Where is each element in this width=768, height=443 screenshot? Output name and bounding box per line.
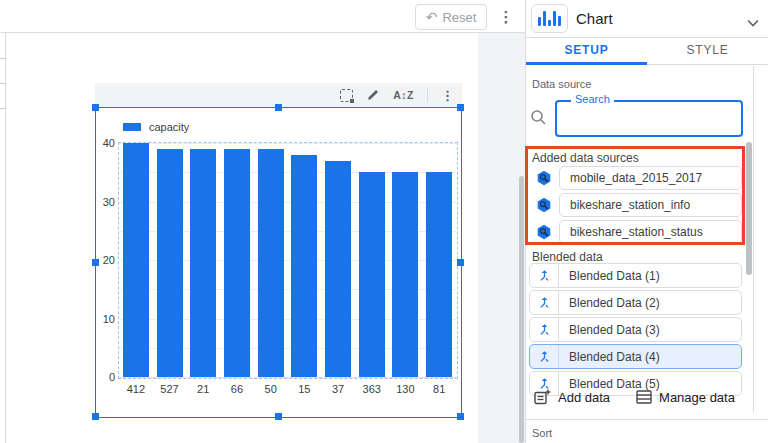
- data-buttons-row: Add data Manage data: [534, 389, 735, 405]
- search-icon: [530, 109, 547, 130]
- chart-type-icon: [538, 17, 541, 26]
- blend-merge-icon: [537, 322, 552, 337]
- x-axis-tick-label: 130: [389, 383, 423, 395]
- blend-merge-icon: [537, 268, 552, 283]
- blend-merge-icon: [537, 295, 552, 310]
- edit-pencil-icon[interactable]: [366, 88, 380, 102]
- x-axis-tick-label: 50: [254, 383, 288, 395]
- x-axis-tick-label: 21: [186, 383, 220, 395]
- blend-icon-cell: [530, 291, 559, 314]
- selection-handle[interactable]: [92, 413, 99, 420]
- canvas-scrollbar-track: [478, 33, 525, 443]
- panel-scrollbar-thumb[interactable]: [746, 142, 752, 275]
- canvas-header: ↶ Reset ⋮: [0, 0, 525, 33]
- added-data-sources-label: Added data sources: [532, 151, 639, 165]
- bar[interactable]: [325, 161, 351, 377]
- bar[interactable]: [190, 149, 216, 377]
- selection-handle[interactable]: [92, 259, 99, 266]
- bigquery-icon: [536, 224, 552, 240]
- bar[interactable]: [224, 149, 250, 377]
- bar[interactable]: [359, 172, 385, 377]
- x-axis-line: [119, 377, 456, 378]
- properties-panel: Chart SETUP STYLE Data source Search Add…: [525, 0, 768, 443]
- bar[interactable]: [392, 172, 418, 377]
- blended-data-item[interactable]: Blended Data (1): [529, 263, 742, 288]
- selection-handle[interactable]: [457, 413, 464, 420]
- bar[interactable]: [123, 143, 149, 377]
- search-input[interactable]: [557, 102, 741, 135]
- selection-handle[interactable]: [457, 104, 464, 111]
- x-axis-tick-label: 15: [288, 383, 322, 395]
- bar-chart-component[interactable]: capacity 0102030404125272166501537363130…: [95, 107, 462, 418]
- manage-data-button[interactable]: Manage data: [636, 390, 735, 405]
- blend-icon-cell: [530, 264, 559, 287]
- data-source-item[interactable]: bikeshare_station_info: [559, 193, 742, 217]
- data-source-label: Data source: [532, 78, 591, 90]
- tab-setup[interactable]: SETUP: [526, 38, 647, 64]
- x-axis-tick-label: 363: [355, 383, 389, 395]
- panel-divider: [526, 419, 768, 420]
- reset-button[interactable]: ↶ Reset: [415, 4, 487, 30]
- blended-data-item-label: Blended Data (2): [559, 296, 660, 310]
- reset-label: Reset: [442, 10, 476, 25]
- y-axis-tick-label: 10: [93, 313, 115, 325]
- data-source-search-field[interactable]: [555, 100, 743, 137]
- legend-label: capacity: [149, 121, 189, 133]
- plot-area: 010203040412527216650153736313081: [119, 143, 456, 377]
- header-overflow-menu-icon[interactable]: ⋮: [496, 5, 516, 29]
- sort-alpha-icon[interactable]: A↕Z: [393, 89, 414, 101]
- data-source-icon-row: [536, 166, 552, 190]
- canvas-left-edge: [5, 33, 6, 443]
- tab-style[interactable]: STYLE: [647, 38, 768, 64]
- toolbar-divider: [427, 88, 428, 102]
- undo-icon: ↶: [426, 10, 438, 24]
- data-source-icon-row: [536, 220, 552, 244]
- chart-type-button[interactable]: [531, 4, 568, 33]
- selection-handle[interactable]: [275, 413, 282, 420]
- ruler-tick: [0, 58, 6, 59]
- y-axis-tick-label: 30: [93, 196, 115, 208]
- bigquery-icon: [536, 170, 552, 186]
- chart-overflow-menu-icon[interactable]: ⋮: [441, 88, 454, 103]
- x-axis-tick-label: 37: [321, 383, 355, 395]
- search-field-label: Search: [571, 93, 614, 105]
- panel-title: Chart: [576, 0, 613, 38]
- panel-header: Chart: [526, 0, 768, 38]
- data-source-item[interactable]: bikeshare_station_status: [559, 220, 742, 244]
- ruler-tick: [0, 108, 6, 109]
- marquee-select-icon[interactable]: [340, 89, 353, 102]
- bar[interactable]: [157, 149, 183, 377]
- panel-card-edge: [753, 66, 754, 412]
- legend-swatch: [123, 123, 141, 131]
- y-axis-tick-label: 0: [93, 371, 115, 383]
- x-axis-tick-label: 81: [422, 383, 456, 395]
- add-data-icon: [534, 389, 551, 405]
- bar[interactable]: [426, 172, 452, 377]
- selection-handle[interactable]: [457, 259, 464, 266]
- looker-studio-window: ↶ Reset ⋮ A↕Z ⋮ capacity 010203040412527…: [0, 0, 768, 443]
- canvas-scrollbar-thumb[interactable]: [519, 176, 524, 443]
- bar[interactable]: [258, 149, 284, 377]
- chevron-down-icon[interactable]: [747, 13, 759, 31]
- gridline: [119, 143, 456, 144]
- blended-data-item[interactable]: Blended Data (2): [529, 290, 742, 315]
- ruler-tick: [0, 83, 6, 84]
- sort-label: Sort: [532, 427, 552, 439]
- data-source-item[interactable]: mobile_data_2015_2017: [559, 166, 742, 190]
- chart-legend: capacity: [123, 121, 189, 133]
- add-data-button[interactable]: Add data: [534, 389, 610, 405]
- bar[interactable]: [291, 155, 317, 377]
- y-axis-tick-label: 40: [93, 137, 115, 149]
- manage-data-icon: [636, 390, 652, 404]
- blend-merge-icon: [537, 349, 552, 364]
- bigquery-icon: [536, 197, 552, 213]
- selection-handle[interactable]: [92, 104, 99, 111]
- x-axis-tick-label: 527: [153, 383, 187, 395]
- selection-handle[interactable]: [275, 104, 282, 111]
- x-axis-tick-label: 412: [119, 383, 153, 395]
- panel-tabs: SETUP STYLE: [526, 38, 768, 65]
- blend-icon-cell: [530, 318, 559, 341]
- blended-data-item[interactable]: Blended Data (4): [529, 344, 742, 369]
- blended-data-item[interactable]: Blended Data (3): [529, 317, 742, 342]
- data-source-icon-row: [536, 193, 552, 217]
